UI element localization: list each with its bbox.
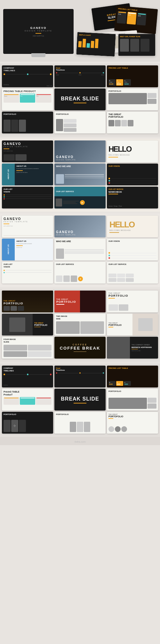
grid-row-3: PORTOFOLIO PORTOFOLIO bbox=[2, 112, 158, 133]
mixed-row-1: GANEVO DESIGN TEMPLATE add subtitle here… bbox=[2, 140, 158, 162]
light-row-1: GANEVO DESIGN TEMPLATE add subtitle here… bbox=[2, 216, 158, 237]
section-dark-theme: COMPANY TIMELINES timeline 4xtra.com Goa… bbox=[0, 64, 160, 137]
slide-who-we-are-2[interactable]: WHO WE ARE bbox=[54, 239, 106, 260]
slide-great-portfolio-light2[interactable]: THE GREAT PORTFOLIO bbox=[107, 314, 158, 335]
slide-our-list-service-nowcheck[interactable]: OUR LIST SERVICE NOWCHECK Service Design… bbox=[107, 187, 158, 208]
slide-portofolio-light[interactable]: PORTOFOLIO bbox=[54, 112, 106, 133]
footer-bar: 4xtra.com bbox=[0, 437, 160, 445]
slide-break-1[interactable]: BREAK SLIDE bbox=[54, 89, 106, 110]
slide-our-list-service-light-2[interactable]: OUR LIST SERVICE bbox=[107, 262, 158, 284]
slide-two-image-side[interactable]: TWO IMAGESIDE bbox=[54, 314, 106, 335]
slide-pricing-table-product[interactable]: PRICING TABLE PRODUCT Basic Pro Ent bbox=[2, 89, 53, 110]
slide-portofolio-dark[interactable]: PORTOFOLIO bbox=[2, 112, 53, 133]
slide-about-us-light[interactable]: ABOUT US ABOUT US Lorem ipsum dolor sit … bbox=[2, 239, 53, 260]
dark2-row-2: PricInG TABLEProducT bbox=[2, 389, 158, 411]
hero-logo-sub: DESIGN TEMPLATE bbox=[25, 30, 52, 32]
portfolio-row-2: THE GREAT PORTFOLIO TWO IMAGESIDE THE GR… bbox=[2, 314, 158, 335]
hero-section: GANEVO DESIGN TEMPLATE ADD SUBTITLE BREA… bbox=[0, 0, 160, 62]
slide-portofolio-center[interactable]: PORTOFOLIO bbox=[54, 412, 106, 434]
slide-who-we-are[interactable]: WHO WE ARE bbox=[54, 164, 106, 185]
slide-ganevo-photo[interactable]: GANEVO DESIGN TEMPLATE bbox=[54, 140, 106, 162]
grid-row-1: COMPANY TIMELINES timeline 4xtra.com Goa… bbox=[2, 65, 158, 87]
slide-goal-timelines[interactable]: Goal Timelines 2010 2014 2018 bbox=[54, 65, 106, 87]
slide-pricing-table-product-2[interactable]: PricInG TABLEProducT bbox=[2, 389, 53, 411]
slide-great-portfolio-dark[interactable]: THE GREAT PORTFOLIO bbox=[2, 291, 53, 312]
slide-pricing-list-table[interactable]: PRICING LIST TABLE ★ STAR $100 ★ FIVE $5… bbox=[107, 65, 158, 87]
section-portfolio: THE GREAT PORTFOLIO THE GREAT PORTFOLIO bbox=[0, 289, 160, 362]
slide-our-vision-2[interactable]: OUR VISION bbox=[107, 239, 158, 260]
footer-watermark: 4xtra.com bbox=[74, 440, 85, 443]
dark2-row-1: COMPANYTIMELINES timeline Goal Timeli bbox=[2, 366, 158, 387]
slide-portofolio-1[interactable]: PORTOFOLIO bbox=[107, 89, 158, 110]
preview-card-pricing: PRICING LIST TABLE $100 $200 $300 bbox=[114, 5, 158, 34]
slide-company-timelines[interactable]: COMPANY TIMELINES timeline 4xtra.com bbox=[2, 65, 53, 87]
slide-our-list-service-teal[interactable]: OUR LIST SERVICE ▶ bbox=[54, 187, 106, 208]
slide-ganevo-dark[interactable]: GANEVO DESIGN TEMPLATE add subtitle here bbox=[2, 140, 53, 162]
section-mixed-theme: GANEVO DESIGN TEMPLATE add subtitle here… bbox=[0, 139, 160, 212]
mixed-row-2: ABOUT US ABOUT US Lorem ipsum dolor sit … bbox=[2, 164, 158, 185]
slide-about-us-dark[interactable]: ABOUT US ABOUT US Lorem ipsum dolor sit … bbox=[2, 164, 53, 185]
preview-card-chart: SIMPLE CHART bbox=[76, 32, 116, 56]
light-row-2: ABOUT US ABOUT US Lorem ipsum dolor sit … bbox=[2, 239, 158, 260]
grid-row-2: PRICING TABLE PRODUCT Basic Pro Ent bbox=[2, 89, 158, 110]
slide-hello-dark[interactable]: HELLO WELCOME MESSAGE bbox=[107, 140, 158, 162]
section-light-theme: GANEVO DESIGN TEMPLATE add subtitle here… bbox=[0, 214, 160, 287]
slide-great-portofolio-2[interactable]: THE GREAT PORTOFOLIO bbox=[107, 412, 158, 434]
hero-logo: GANEVO bbox=[25, 26, 52, 30]
slide-pricing-list-table-2[interactable]: PRICING LIST TABLE ★ $100 ★ $500 ● $300 bbox=[107, 366, 158, 387]
slide-our-list-vision-2[interactable]: OUR LISTVISION bbox=[2, 262, 53, 284]
slide-company-owner[interactable]: THE COMPANY OWNER BERNICE HOFFMANN CEO &… bbox=[107, 337, 158, 359]
monitor-display: GANEVO DESIGN TEMPLATE ADD SUBTITLE BREA… bbox=[3, 6, 157, 57]
slide-great-portfolio-dark2[interactable]: THE GREAT PORTFOLIO bbox=[2, 314, 53, 335]
slide-portofolio-bottom[interactable]: PORTOFOLIO ✈ bbox=[2, 412, 53, 434]
slide-goal-timelines-2[interactable]: Goal Timelines bbox=[54, 366, 106, 387]
monitor-stand bbox=[31, 53, 45, 57]
slide-our-list-vision[interactable]: OUR LISTVISION bbox=[2, 187, 53, 208]
dark2-row-3: PORTOFOLIO ✈ PORTOFOLIO bbox=[2, 412, 158, 434]
monitor-screen: GANEVO DESIGN TEMPLATE ADD SUBTITLE bbox=[3, 9, 74, 54]
portfolio-row-1: THE GREAT PORTFOLIO THE GREAT PORTFOLIO bbox=[2, 291, 158, 312]
preview-card-team: MEET GIRL POWER TEAM bbox=[118, 34, 155, 56]
slide-portofolio-right[interactable]: PORTOFOLIO bbox=[107, 389, 158, 411]
floating-cards: BREAK SLIDE PRICING LIST TABLE $100 bbox=[70, 6, 157, 57]
slide-our-list-service-light[interactable]: OUR LIST SERVICE ▶ bbox=[54, 262, 106, 284]
slide-great-portfolio-1[interactable]: THE GREATPORTOFOLIO bbox=[107, 112, 158, 133]
slide-coffee-break[interactable]: COFFEE COFFEE BREAK bbox=[54, 337, 106, 359]
light-row-3: OUR LISTVISION OUR bbox=[2, 262, 158, 284]
mixed-row-3: OUR LISTVISION bbox=[2, 187, 158, 208]
slide-break-2[interactable]: BREAK SLIDE bbox=[54, 389, 106, 411]
slide-ganevo-photo-2[interactable]: GANEVO DESIGN TEMPLATE bbox=[54, 216, 106, 237]
slide-great-portfolio-light[interactable]: THE GREAT PORTFOLIO bbox=[107, 291, 158, 312]
slide-hello-light[interactable]: HELLO WELCOME MESSAGE bbox=[107, 216, 158, 237]
slide-great-portfolio-red[interactable]: THE GREAT PORTFOLIO bbox=[54, 291, 106, 312]
section-dark-repeat: COMPANYTIMELINES timeline Goal Timeli bbox=[0, 364, 160, 437]
slide-four-image[interactable]: FOUR IMAGESLIDE bbox=[2, 337, 53, 359]
slide-company-timelines-2[interactable]: COMPANYTIMELINES timeline bbox=[2, 366, 53, 387]
hero-tagline: ADD SUBTITLE bbox=[25, 35, 52, 37]
slide-our-vision[interactable]: OUR VISION bbox=[107, 164, 158, 185]
slide-ganevo-light[interactable]: GANEVO DESIGN TEMPLATE add subtitle here bbox=[2, 216, 53, 237]
portfolio-row-3: FOUR IMAGESLIDE COFFEE COFFEE BREAK bbox=[2, 337, 158, 359]
